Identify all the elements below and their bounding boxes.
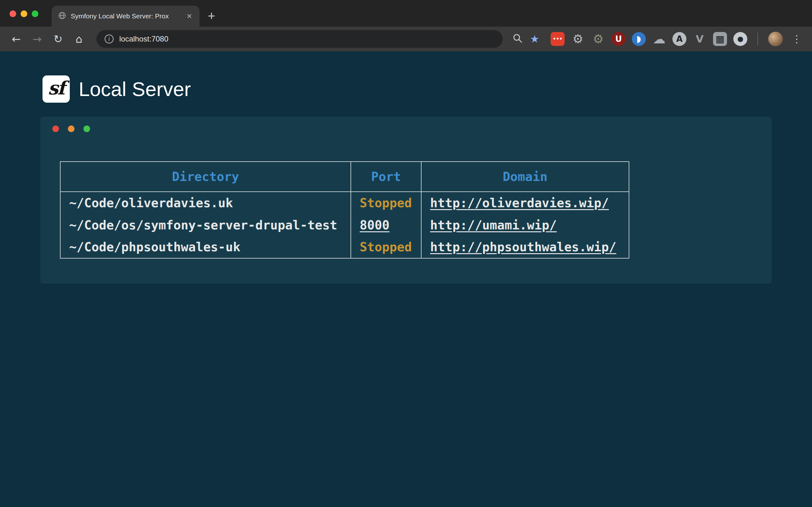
panel-window-dots [52, 125, 90, 132]
new-tab-button[interactable]: + [208, 9, 215, 22]
header-directory: Directory [60, 162, 351, 192]
extensions: •••⚙⚙U◗☁AV▦● [551, 32, 747, 46]
forward-icon[interactable]: → [29, 34, 45, 44]
page-title: Local Server [79, 78, 191, 101]
browser-menu-icon[interactable]: ⋮ [790, 33, 804, 45]
extension-cloud-icon[interactable]: ☁ [652, 32, 666, 46]
tab-close-icon[interactable]: × [186, 12, 193, 20]
tab-strip: Symfony Local Web Server: Prox × + [0, 0, 812, 26]
panel-dot-green [84, 125, 90, 132]
extension-ublock-icon[interactable]: U [612, 32, 625, 46]
domain-cell: http://oliverdavies.wip/ [421, 192, 629, 214]
symfony-logo: sf [43, 75, 70, 103]
extension-a-badge-icon[interactable]: A [672, 32, 687, 46]
extension-blue-circle-icon[interactable]: ◗ [632, 32, 646, 46]
table-row: ~/Code/os/symfony-server-drupal-test8000… [60, 214, 629, 236]
domain-link[interactable]: http://oliverdavies.wip/ [430, 196, 609, 210]
bookmark-star-icon[interactable]: ★ [530, 34, 539, 44]
directory-cell: ~/Code/oliverdavies.uk [60, 192, 351, 214]
toolbar-separator [757, 33, 758, 45]
url-text: localhost:7080 [119, 35, 168, 43]
zoom-icon[interactable] [512, 33, 523, 45]
port-link[interactable]: 8000 [360, 218, 390, 232]
extension-red-dots-icon[interactable]: ••• [551, 32, 565, 46]
tab-title: Symfony Local Web Server: Prox [71, 12, 181, 20]
symfony-logo-glyph: sf [48, 77, 64, 101]
panel-dot-orange [68, 125, 74, 132]
port-cell: Stopped [351, 192, 421, 214]
table-row: ~/Code/phpsouthwales-ukStoppedhttp://php… [60, 236, 629, 258]
profile-avatar[interactable] [768, 32, 783, 46]
window-minimize-button[interactable] [20, 10, 27, 17]
domain-cell: http://phpsouthwales.wip/ [421, 236, 629, 258]
domain-cell: http://umami.wip/ [421, 214, 629, 236]
server-table-body: ~/Code/oliverdavies.ukStoppedhttp://oliv… [60, 192, 629, 258]
port-cell: Stopped [351, 236, 421, 258]
browser-toolbar: ← → ↻ ⌂ i localhost:7080 ★ •••⚙⚙U◗☁AV▦● … [0, 26, 812, 51]
browser-tab[interactable]: Symfony Local Web Server: Prox × [52, 6, 200, 26]
domain-link[interactable]: http://phpsouthwales.wip/ [430, 240, 616, 254]
header-port: Port [351, 162, 421, 192]
server-panel: Directory Port Domain ~/Code/oliverdavie… [40, 117, 772, 284]
window-close-button[interactable] [9, 10, 16, 17]
header-domain: Domain [421, 162, 629, 192]
server-table: Directory Port Domain ~/Code/oliverdavie… [60, 161, 629, 259]
extension-gear-icon[interactable]: ⚙ [571, 32, 585, 46]
tab-favicon-globe-icon [58, 11, 66, 21]
toolbar-right: ★ •••⚙⚙U◗☁AV▦● ⋮ [512, 32, 804, 46]
extension-grid-icon[interactable]: ▦ [713, 32, 727, 46]
directory-cell: ~/Code/os/symfony-server-drupal-test [60, 214, 351, 236]
domain-link[interactable]: http://umami.wip/ [430, 218, 557, 232]
table-row: ~/Code/oliverdavies.ukStoppedhttp://oliv… [60, 192, 629, 214]
extension-v-icon[interactable]: V [693, 32, 707, 46]
port-stopped-label: Stopped [360, 196, 412, 210]
site-info-icon[interactable]: i [105, 35, 113, 43]
port-stopped-label: Stopped [360, 240, 412, 254]
panel-dot-red [52, 125, 59, 132]
extension-cog-icon[interactable]: ⚙ [591, 32, 605, 46]
port-cell: 8000 [351, 214, 421, 236]
window-zoom-button[interactable] [32, 10, 38, 17]
brand-header: sf Local Server [43, 75, 812, 103]
extension-octocat-icon[interactable]: ● [733, 32, 747, 46]
home-icon[interactable]: ⌂ [71, 34, 87, 44]
back-icon[interactable]: ← [8, 34, 24, 44]
address-bar[interactable]: i localhost:7080 [96, 30, 503, 48]
directory-cell: ~/Code/phpsouthwales-uk [60, 236, 351, 258]
table-header-row: Directory Port Domain [60, 162, 629, 192]
window-controls [9, 10, 38, 17]
reload-icon[interactable]: ↻ [50, 34, 66, 44]
